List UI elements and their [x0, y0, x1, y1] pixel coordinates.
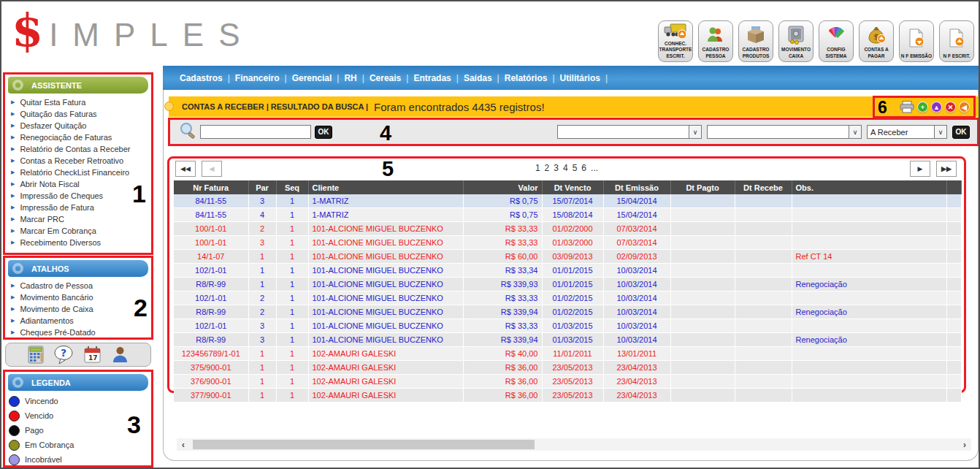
table-row[interactable]: 100/1-0121101-ALCIONE MIGUEL BUCZENKOR$ … [174, 222, 961, 236]
last-page-button[interactable]: ▶▶ [936, 161, 957, 177]
cell: 101-ALCIONE MIGUEL BUCZENKO [308, 264, 463, 278]
cell [670, 333, 735, 347]
filter-ok-button[interactable]: OK [952, 126, 970, 139]
cell: Ref CT 14 [792, 250, 946, 264]
table-row[interactable]: R8/R-9921101-ALCIONE MIGUEL BUCZENKOR$ 3… [174, 305, 961, 319]
sidebar-item-movimento-de-caixa[interactable]: ▶ Movimento de Caixa [5, 303, 151, 315]
toolbar-button-cadastro-produtos[interactable]: CADASTRO PRODUTOS [738, 20, 773, 62]
column-header-cliente[interactable]: Cliente [308, 180, 463, 194]
nav-item-utilitarios[interactable]: Utilitários [560, 73, 600, 83]
nav-item-saidas[interactable]: Saídas [464, 73, 492, 83]
table-row[interactable]: 102/1-0121101-ALCIONE MIGUEL BUCZENKOR$ … [174, 291, 961, 305]
nav-item-financeiro[interactable]: Financeiro [235, 73, 280, 83]
filter-select-3[interactable]: A Receber ∨ [867, 125, 947, 139]
table-row[interactable]: 84/11-55311-MATRIZR$ 0,7515/07/201415/04… [174, 194, 961, 208]
table-row[interactable]: R8/R-9911101-ALCIONE MIGUEL BUCZENKOR$ 3… [174, 278, 961, 291]
column-header-obs[interactable]: Obs. [792, 180, 946, 194]
sidebar-item-marcar-prc[interactable]: ▶ Marcar PRC [5, 213, 151, 225]
nav-item-gerencial[interactable]: Gerencial [292, 73, 332, 83]
sidebar-item-renegociacao-de-faturas[interactable]: ▶ Renegociação de Faturas [5, 131, 151, 143]
column-header-valor[interactable]: Valor [463, 180, 542, 194]
sidebar-item-impressao-de-cheques[interactable]: ▶ Impressão de Cheques [5, 190, 151, 202]
help-icon[interactable]: ? [53, 345, 74, 365]
column-header-par[interactable]: Par [248, 180, 276, 194]
nav-item-rh[interactable]: RH [344, 73, 356, 83]
toolbar-button-n-f-escrit[interactable]: N F ESCRIT. [939, 20, 974, 62]
calendar-icon[interactable]: 17 [83, 346, 102, 364]
sidebar-item-cadastro-de-pessoa[interactable]: ▶ Cadastro de Pessoa [5, 280, 151, 291]
sidebar-item-marcar-em-cobranca[interactable]: ▶ Marcar Em Cobrança [5, 225, 151, 237]
scroll-left-icon[interactable]: ‹ [178, 438, 188, 451]
sidebar-item-relatorio-de-contas-a-receber[interactable]: ▶ Relatório de Contas a Receber [5, 143, 151, 155]
nav-item-cadastros[interactable]: Cadastros [180, 73, 223, 83]
table-row[interactable]: 375/900-0111102-AMAURI GALESKIR$ 36,0023… [174, 361, 961, 375]
table-row[interactable]: 100/1-0131101-ALCIONE MIGUEL BUCZENKOR$ … [174, 236, 961, 250]
back-icon[interactable]: ◀ [959, 102, 970, 113]
search-input[interactable] [200, 125, 311, 139]
print-icon[interactable] [900, 101, 914, 113]
scroll-right-icon[interactable]: › [960, 438, 970, 451]
sidebar-item-relatorio-checklist-financeiro[interactable]: ▶ Relatório CheckList Financeiro [5, 167, 151, 178]
table-row[interactable]: 377/900-0111102-AMAURI GALESKIR$ 36,0023… [174, 389, 961, 403]
column-header-dt-pagto[interactable]: Dt Pagto [670, 180, 735, 194]
filter-select-1[interactable]: ∨ [557, 125, 702, 139]
sidebar-item-adiantamentos[interactable]: ▶ Adiantamentos [5, 315, 151, 327]
page-number-6[interactable]: 6 [581, 163, 586, 173]
table-row[interactable]: 84/11-55411-MATRIZR$ 0,7515/08/201415/04… [174, 208, 961, 222]
sidebar-item-quitar-esta-fatura[interactable]: ▶ Quitar Esta Fatura [5, 96, 151, 108]
cell-extra [946, 333, 961, 347]
table-row[interactable]: 376/900-0111102-AMAURI GALESKIR$ 36,0023… [174, 375, 961, 389]
column-header-seq[interactable]: Seq [276, 180, 308, 194]
toolbar-button-conhec-transporte-escrit[interactable]: CONHEC. TRANSPORTE ESCRIT. [658, 20, 693, 62]
toolbar-button-config-sistema[interactable]: CONFIG SISTEMA [819, 20, 854, 62]
cell: R$ 339,94 [463, 305, 542, 319]
toolbar-button-movimento-caixa[interactable]: MOVIMENTO CAIXA [778, 20, 814, 62]
filter-select-2[interactable]: ∨ [707, 125, 862, 139]
sidebar-item-movimento-bancario[interactable]: ▶ Movimento Bancário [5, 291, 151, 303]
page-number-1[interactable]: 1 [535, 163, 540, 173]
table-row[interactable]: 14/1-0711101-ALCIONE MIGUEL BUCZENKOR$ 6… [174, 250, 961, 264]
page-number-5[interactable]: 5 [573, 163, 578, 173]
cell [670, 264, 735, 278]
next-page-button[interactable]: ▶ [910, 161, 930, 177]
search-ok-button[interactable]: OK [315, 126, 332, 139]
calculator-icon[interactable] [28, 346, 44, 364]
column-header-dt-vencto[interactable]: Dt Vencto [542, 180, 603, 194]
table-row[interactable]: 102/1-0131101-ALCIONE MIGUEL BUCZENKOR$ … [174, 319, 961, 333]
cell: 101-ALCIONE MIGUEL BUCZENKO [308, 319, 463, 333]
nav-item-relatorios[interactable]: Relatórios [505, 73, 548, 83]
nav-separator: | [228, 73, 230, 83]
sidebar-item-desfazer-quitacao[interactable]: ▶ Desfazer Quitação [5, 120, 151, 131]
cell-extra [946, 361, 961, 375]
sidebar-item-quitacao-das-faturas[interactable]: ▶ Quitação das Faturas [5, 108, 151, 120]
table-row[interactable]: R8/R-9931101-ALCIONE MIGUEL BUCZENKOR$ 3… [174, 333, 961, 347]
sidebar-item-abrir-nota-fiscal[interactable]: ▶ Abrir Nota Fiscal [5, 178, 151, 190]
nav-item-cereais[interactable]: Cereais [370, 73, 401, 83]
column-header-dt-recebe[interactable]: Dt Recebe [735, 180, 792, 194]
scrollbar-thumb[interactable] [193, 440, 535, 449]
table-row[interactable]: 123456789/1-0111102-AMAURI GALESKIR$ 40,… [174, 347, 961, 361]
toolbar-button-contas-a-pagar[interactable]: $ CONTAS A PAGAR [859, 20, 894, 62]
safe-icon [786, 23, 805, 47]
cell [735, 250, 792, 264]
cell [670, 389, 735, 403]
sidebar-item-cheques-pre-datado[interactable]: ▶ Cheques Pré-Datado [5, 327, 151, 338]
move-up-icon[interactable]: ▲ [931, 102, 942, 113]
cell [792, 264, 946, 278]
sidebar-item-contas-a-receber-retroativo[interactable]: ▶ Contas a Receber Retroativo [5, 155, 151, 167]
page-number-3[interactable]: 3 [554, 163, 559, 173]
table-row[interactable]: 102/1-0111101-ALCIONE MIGUEL BUCZENKOR$ … [174, 264, 961, 278]
user-icon[interactable] [111, 346, 129, 364]
page-number-2[interactable]: 2 [545, 163, 550, 173]
toolbar-button-cadastro-pessoa[interactable]: CADASTRO PESSOA [698, 20, 733, 62]
nav-item-entradas[interactable]: Entradas [413, 73, 451, 83]
page-number-4[interactable]: 4 [563, 163, 568, 173]
sidebar-item-recebimento-diversos[interactable]: ▶ Recebimento Diversos [5, 237, 151, 248]
toolbar-button-n-f-emissao[interactable]: N F EMISSÃO [899, 20, 934, 62]
column-header-nr-fatura[interactable]: Nr Fatura [174, 180, 248, 194]
close-icon[interactable]: ✕ [945, 102, 956, 113]
sidebar-item-impressao-de-fatura[interactable]: ▶ Impressão de Fatura [5, 202, 151, 213]
add-icon[interactable]: + [917, 102, 928, 113]
column-header-dt-emissao[interactable]: Dt Emissão [603, 180, 670, 194]
page-number-ellipsis[interactable]: ... [591, 163, 598, 173]
